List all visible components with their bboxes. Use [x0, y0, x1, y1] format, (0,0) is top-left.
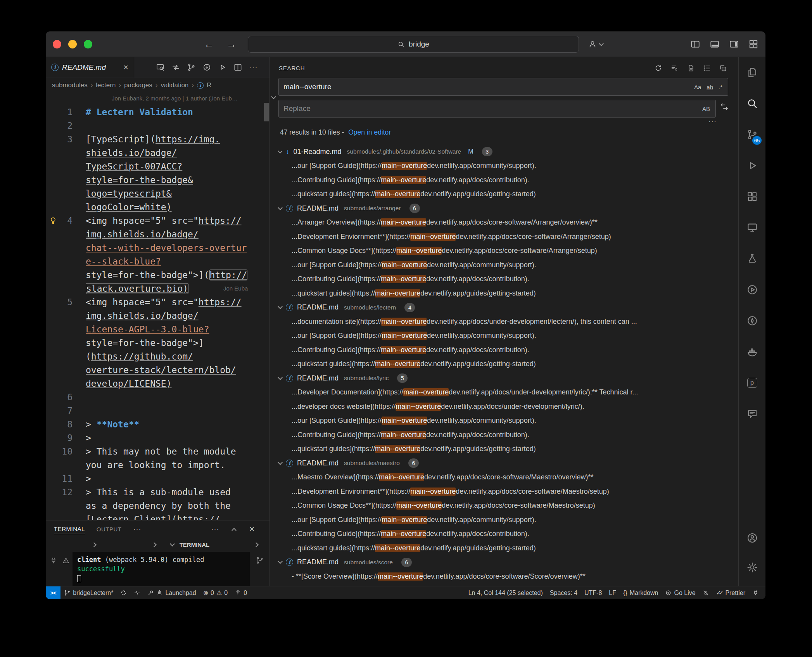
- cursor-position-item[interactable]: Ln 4, Col 144 (25 selected): [465, 586, 546, 599]
- panel-more-actions-icon[interactable]: ···: [211, 525, 219, 533]
- search-match-row[interactable]: ...quickstart guides](https://main--over…: [270, 357, 738, 372]
- code-line[interactable]: 9>: [46, 431, 270, 444]
- code-line[interactable]: logoColor=white): [46, 200, 270, 214]
- new-search-editor-icon[interactable]: [687, 64, 695, 72]
- search-match-row[interactable]: ...our [Support Guide](https://main--ove…: [270, 414, 738, 428]
- search-file-row[interactable]: README.mdsubmodules/lectern4: [270, 301, 738, 315]
- search-match-row[interactable]: ...quickstart guides](https://main--over…: [270, 541, 738, 555]
- open-preview-icon[interactable]: [156, 63, 165, 72]
- replace-input[interactable]: [283, 104, 699, 113]
- terminal-output[interactable]: client (webpack 5.94.0) compiledsuccessf…: [73, 552, 250, 586]
- chevron-down-icon[interactable]: [278, 559, 283, 564]
- whole-word-icon[interactable]: ab: [704, 82, 715, 92]
- search-match-row[interactable]: ...developer docs website](https://main-…: [270, 399, 738, 414]
- go-live-item[interactable]: Go Live: [662, 586, 699, 599]
- collapse-all-icon[interactable]: [719, 64, 727, 72]
- code-line[interactable]: 11>: [46, 472, 270, 485]
- search-match-row[interactable]: ...our [Support Guide](https://main--ove…: [270, 258, 738, 272]
- chevron-down-icon[interactable]: [278, 375, 283, 380]
- pulse-item[interactable]: [130, 586, 144, 599]
- search-match-row[interactable]: ...quickstart guides](https://main--over…: [270, 286, 738, 301]
- more-tabs-icon[interactable]: ···: [133, 525, 142, 533]
- command-center-search[interactable]: bridge: [248, 36, 579, 53]
- tab-terminal[interactable]: TERMINAL: [54, 524, 85, 534]
- code-line[interactable]: chat--with--developers-overtur: [46, 241, 270, 254]
- search-file-row[interactable]: README.mdsubmodules/maestro6: [270, 456, 738, 470]
- search-file-row[interactable]: README.mdsubmodules/score6: [270, 555, 738, 570]
- launchpad-item[interactable]: Launchpad: [144, 586, 199, 599]
- project-manager-icon[interactable]: p: [739, 367, 765, 398]
- search-match-row[interactable]: ...Contributing Guide](https://main--ove…: [270, 173, 738, 187]
- code-line[interactable]: 12> This is a sub-module used: [46, 485, 270, 499]
- replace-all-icon[interactable]: [720, 102, 729, 111]
- breadcrumb-item[interactable]: packages: [124, 81, 152, 89]
- chevron-down-icon[interactable]: [278, 149, 283, 154]
- search-match-row[interactable]: ...quickstart guides](https://main--over…: [270, 187, 738, 202]
- code-line[interactable]: 2: [46, 119, 270, 132]
- search-file-row[interactable]: README.mdsubmodules/lyric5: [270, 371, 738, 386]
- commit-graph-icon[interactable]: [187, 63, 196, 72]
- code-line[interactable]: img.shields.io/badge/: [46, 227, 270, 241]
- zoom-window-button[interactable]: [84, 40, 92, 48]
- chevron-down-icon[interactable]: [170, 541, 175, 546]
- search-match-row[interactable]: ...Contributing Guide](https://main--ove…: [270, 343, 738, 357]
- prettier-item[interactable]: ✓✓ Prettier: [713, 586, 749, 599]
- search-match-row[interactable]: ...our [Support Guide](https://main--ove…: [270, 159, 738, 173]
- settings-gear-icon[interactable]: [739, 553, 765, 582]
- gitlens-compass-icon[interactable]: [739, 305, 765, 336]
- code-line[interactable]: 6: [46, 390, 270, 404]
- chevron-down-icon[interactable]: [278, 460, 283, 465]
- code-line[interactable]: you are looking to import.: [46, 458, 270, 472]
- code-line[interactable]: logo=typescript&: [46, 187, 270, 200]
- search-match-row[interactable]: ...our [Support Guide](https://main--ove…: [270, 329, 738, 343]
- tab-readme[interactable]: README.md ×: [46, 57, 134, 78]
- close-tab-icon[interactable]: ×: [123, 63, 128, 72]
- code-line[interactable]: shields.io/badge/: [46, 146, 270, 159]
- toggle-primary-sidebar-icon[interactable]: [690, 39, 700, 49]
- editor-scrollbar[interactable]: [264, 103, 269, 121]
- code-line[interactable]: 4<img hspace="5" src="https://: [46, 214, 270, 227]
- accounts-icon[interactable]: [739, 523, 765, 553]
- search-match-row[interactable]: ...Contributing Guide](https://main--ove…: [270, 428, 738, 442]
- explorer-icon[interactable]: [739, 57, 765, 88]
- minimize-window-button[interactable]: [68, 40, 77, 48]
- code-line[interactable]: 10> This may not be the module: [46, 444, 270, 458]
- code-line[interactable]: 7: [46, 404, 270, 417]
- indentation-item[interactable]: Spaces: 4: [546, 586, 581, 599]
- code-line[interactable]: style=for-the-badge&: [46, 173, 270, 187]
- close-panel-icon[interactable]: ×: [249, 524, 255, 534]
- search-match-row[interactable]: ...Maestro Overview](https://main--overt…: [270, 470, 738, 485]
- play-circle-icon[interactable]: [739, 274, 765, 305]
- search-match-row[interactable]: ...Common Usage Docs**](https://main--ov…: [270, 244, 738, 258]
- search-input[interactable]: [283, 83, 691, 91]
- notifications-item[interactable]: [699, 586, 713, 599]
- search-match-row[interactable]: ...our [Support Guide](https://main--ove…: [270, 513, 738, 527]
- match-case-icon[interactable]: Aa: [692, 82, 703, 92]
- search-match-row[interactable]: ...quickstart guides](https://main--over…: [270, 442, 738, 456]
- breadcrumb-item[interactable]: submodules: [52, 81, 88, 89]
- branch-item[interactable]: bridgeLectern*: [60, 586, 117, 599]
- forward-button[interactable]: →: [226, 38, 237, 50]
- editor[interactable]: Jon Eubank, 2 months ago | 1 author (Jon…: [46, 93, 270, 520]
- code-line[interactable]: style=for-the-badge">](http://: [46, 268, 270, 282]
- lightbulb-icon[interactable]: [49, 216, 57, 225]
- search-match-row[interactable]: ...Contributing Guide](https://main--ove…: [270, 272, 738, 287]
- account-menu[interactable]: [588, 31, 603, 57]
- code-line[interactable]: TypeScript-007ACC?: [46, 159, 270, 173]
- problems-item[interactable]: ⊗ 0 ⚠ 0: [200, 586, 232, 599]
- back-button[interactable]: ←: [204, 38, 214, 50]
- clear-results-icon[interactable]: [670, 64, 679, 72]
- remote-explorer-icon[interactable]: [739, 212, 765, 243]
- docker-icon[interactable]: [739, 336, 765, 367]
- search-match-row[interactable]: - **[Score Overview](https://main--overt…: [270, 569, 738, 584]
- close-window-button[interactable]: [53, 40, 61, 48]
- feedback-item[interactable]: [749, 586, 762, 599]
- toggle-search-details-icon[interactable]: ···: [270, 118, 738, 127]
- search-view-icon[interactable]: [739, 88, 765, 119]
- remote-indicator[interactable]: ><: [46, 586, 60, 599]
- testing-icon[interactable]: [739, 243, 765, 274]
- circle-arrow-icon[interactable]: [202, 63, 211, 72]
- run-icon[interactable]: [218, 63, 227, 72]
- branch-icon[interactable]: [256, 557, 264, 564]
- code-line[interactable]: 3[TypeScript](https://img.: [46, 132, 270, 146]
